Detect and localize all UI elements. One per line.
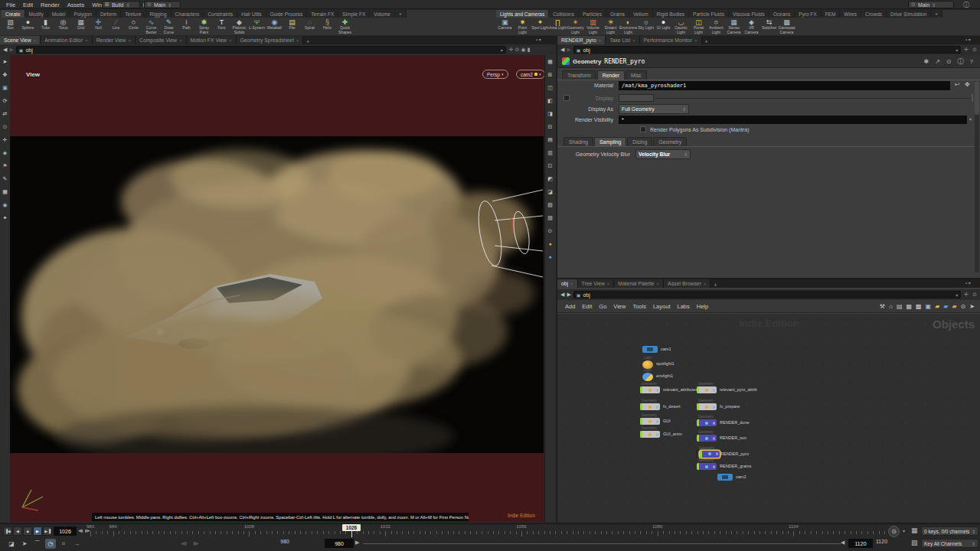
shelf-tab-crowds[interactable]: Crowds	[861, 10, 887, 18]
display-flag[interactable]	[697, 463, 699, 470]
close-icon[interactable]: ×	[694, 38, 697, 43]
pane-menu-icon[interactable]: ▪ ▾	[965, 280, 971, 285]
chevron-down-icon[interactable]: ▾	[956, 292, 958, 298]
shelf-tab-modify[interactable]: Modify	[25, 10, 48, 18]
node-fx_prepare[interactable]: Geometryfx_prepare	[697, 403, 717, 410]
shelf-tool-box[interactable]: ▧Box	[2, 18, 19, 35]
param-subtab-shading[interactable]: Shading	[564, 137, 593, 146]
chevron-down-icon[interactable]: ▾	[969, 116, 972, 122]
range-handle-right[interactable]: ◀	[841, 540, 844, 546]
render-flag[interactable]	[713, 406, 715, 409]
shelf-tool-camera[interactable]: ▣Camera	[496, 18, 514, 35]
playbar-zoom-button[interactable]: ⊙	[888, 526, 900, 537]
node-fx_desert[interactable]: Geometryfx_desert	[640, 403, 660, 410]
network-menu-view[interactable]: View	[613, 303, 626, 310]
network-tab-asset-browser[interactable]: Asset Browser×	[664, 279, 710, 288]
shelf-tool-gi-light[interactable]: ●GI Light	[655, 18, 672, 35]
right-toolbar-icon[interactable]: ◧	[545, 94, 555, 107]
right-toolbar-icon[interactable]: ◨	[545, 107, 555, 120]
key-mode-field[interactable]: Key All Channels ⇕	[921, 539, 978, 548]
display-flag[interactable]	[640, 418, 642, 425]
shelf-tab-volume[interactable]: Volume	[370, 10, 395, 18]
render-flag[interactable]	[716, 452, 718, 455]
left-toolbar-icon[interactable]: ✦	[0, 211, 10, 224]
display-flag[interactable]	[640, 386, 642, 393]
scene-tab-composite-view[interactable]: Composite View×	[136, 36, 187, 44]
network-menu-add[interactable]: Add	[565, 303, 575, 310]
shelf-tab-model[interactable]: Model	[48, 10, 70, 18]
left-toolbar-icon[interactable]: ⇄	[0, 107, 10, 120]
network-toolbar-icon[interactable]: ▰	[952, 303, 956, 310]
shelf-tool-file[interactable]: ▤File	[283, 18, 301, 35]
render-flag[interactable]	[656, 433, 658, 436]
display-as-dropdown[interactable]: Full Geometry ⇕	[619, 104, 689, 114]
param-tab-misc[interactable]: Misc	[626, 70, 647, 80]
shelf-tool-portal-light[interactable]: ◫Portal Light	[690, 18, 707, 35]
playbar-option-icon[interactable]: ➤	[19, 539, 30, 549]
back-button[interactable]: ◀	[3, 47, 7, 53]
display-slider-track[interactable]	[655, 98, 973, 99]
right-toolbar-icon[interactable]: ◩	[545, 172, 555, 185]
params-scrollbar[interactable]	[975, 81, 979, 272]
current-frame-field[interactable]: 1026	[54, 527, 77, 536]
forward-button[interactable]: ▶	[567, 292, 570, 298]
right-toolbar-icon[interactable]: ▧	[545, 198, 555, 211]
shelf-tool-volume-light[interactable]: ▥Volume Light	[584, 18, 602, 35]
shelf-tool-metaball[interactable]: ◉Metaball	[266, 18, 283, 35]
network-toolbar-icon[interactable]: ➤	[969, 303, 975, 310]
close-icon[interactable]: ×	[607, 282, 610, 286]
menu-item-assets[interactable]: Assets	[67, 2, 85, 8]
shelf-tool-stereo-camera[interactable]: ▦Stereo Camera	[725, 18, 743, 35]
display-slider-handle[interactable]	[619, 94, 654, 102]
params-path-field[interactable]: ▣ obj ▾	[573, 46, 961, 54]
node-RENDER_sun[interactable]: GeometryRENDER_sun	[697, 435, 717, 442]
network-menu-go[interactable]: Go	[599, 303, 606, 310]
network-new-tab-button[interactable]: +	[710, 282, 720, 288]
transport-end-button[interactable]: ▶▐	[43, 527, 52, 536]
shelf-tool-helix[interactable]: §Helix	[318, 18, 336, 35]
close-icon[interactable]: ×	[704, 282, 707, 286]
node-GUI_anim[interactable]: GeometryGUI_anim	[640, 431, 660, 438]
network-menu-tools[interactable]: Tools	[632, 303, 646, 310]
shelf-tab-rigid-bodies[interactable]: Rigid Bodies	[653, 10, 690, 18]
render-flag[interactable]	[713, 465, 715, 468]
right-toolbar-icon[interactable]: ◫	[545, 81, 555, 94]
chevron-down-icon[interactable]: ▾	[501, 47, 503, 53]
chevron-down-icon[interactable]: ▾	[903, 528, 905, 533]
params-new-tab-button[interactable]: +	[702, 39, 711, 44]
pin-icon[interactable]: ✛	[963, 47, 969, 53]
shelf-tab-lights-and-cameras[interactable]: Lights and Cameras	[496, 10, 549, 18]
timeline-ruler[interactable]: 98098410081032105610801104	[90, 524, 884, 537]
shelf-tab-guide-process[interactable]: Guide Process	[266, 10, 308, 18]
playbar-option-icon[interactable]: →	[71, 539, 82, 549]
close-icon[interactable]: ×	[128, 38, 131, 43]
shelf-tool-tube[interactable]: ▮Tube	[37, 18, 54, 35]
node-envlight1[interactable]: Lightenvlight1	[642, 373, 653, 381]
render-flag[interactable]	[713, 437, 715, 440]
pathbar-icon[interactable]: ◉	[521, 47, 527, 53]
display-flag[interactable]	[640, 431, 642, 438]
param-subtab-geometry[interactable]: Geometry	[653, 137, 687, 146]
params-tab-render-pyro[interactable]: RENDER_pyro×	[557, 36, 606, 44]
network-menu-edit[interactable]: Edit	[582, 303, 592, 310]
right-toolbar-icon[interactable]: ●	[545, 237, 555, 250]
display-flag[interactable]	[697, 403, 699, 410]
close-icon[interactable]: ×	[632, 38, 635, 43]
left-toolbar-icon[interactable]: ⚑	[0, 159, 10, 172]
node-RENDER_grains[interactable]: GeometryRENDER_grains	[697, 463, 717, 470]
radial-menu-select[interactable]: ⊙ Main ⇕	[908, 1, 954, 8]
shelf-tool-curve-bezier[interactable]: ∿Curve Bezier	[142, 18, 160, 35]
network-menu-layout[interactable]: Layout	[653, 303, 671, 310]
shelf-tool-spiral[interactable]: ◌Spiral	[301, 18, 318, 35]
playbar-option-icon[interactable]: ◷	[45, 539, 56, 549]
desktop-select[interactable]: ⊞ Build ⇕	[102, 1, 140, 8]
scene-viewport[interactable]: View Persp ▾ cam2 ▾ Left mouse tumbles. …	[10, 55, 544, 522]
transport-reverse-button[interactable]: ◀	[13, 527, 22, 536]
playback-range-track[interactable]	[363, 543, 841, 544]
playbar-option-icon[interactable]: ⌒	[32, 539, 43, 549]
shelf-tab-collisions[interactable]: Collisions	[549, 10, 579, 18]
shelf-tool-ambient-light[interactable]: ○Ambient Light	[707, 18, 725, 35]
shelf-tab-grains[interactable]: Grains	[606, 10, 629, 18]
node-relevant_pyro_attrib[interactable]: Geometryrelevant_pyro_attrib	[697, 386, 717, 393]
left-toolbar-icon[interactable]: ▣	[0, 81, 10, 94]
